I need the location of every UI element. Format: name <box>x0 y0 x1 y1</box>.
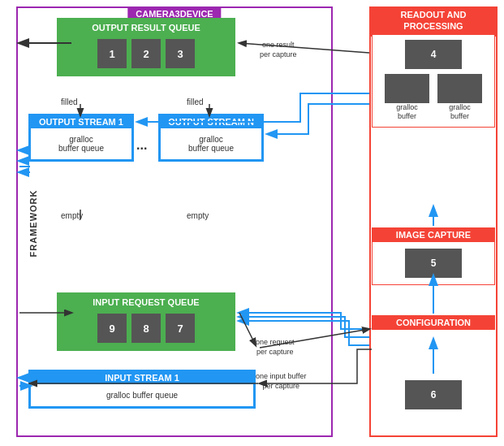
input-queue-item-9: 9 <box>97 314 127 343</box>
empty-label-1: empty <box>61 211 83 220</box>
one-request-label: one requestper capture <box>256 338 295 357</box>
output-stream-1-content: grallocbuffer queue <box>30 128 132 160</box>
output-stream-1: OUTPUT STREAM 1 grallocbuffer queue <box>28 114 134 162</box>
input-stream-1-content: gralloc buffer queue <box>30 384 254 407</box>
output-stream-n-box: OUTPUT STREAM N grallocbuffer queue <box>158 114 264 162</box>
output-stream-n: OUTPUT STREAM N grallocbuffer queue <box>158 114 264 162</box>
image-capture-content: 5 <box>372 242 495 285</box>
input-stream-1-title: INPUT STREAM 1 <box>30 371 254 384</box>
readout-box: READOUT AND PROCESSING 4 grallocbuffer g… <box>372 6 495 128</box>
input-request-queue-title: INPUT REQUEST QUEUE <box>60 296 232 309</box>
filled-label-1: filled <box>61 97 78 106</box>
output-result-queue: OUTPUT RESULT QUEUE 1 2 3 <box>57 18 235 76</box>
one-input-label: one input bufferper capture <box>256 372 306 391</box>
input-queue-item-7: 7 <box>166 314 195 343</box>
output-result-queue-title: OUTPUT RESULT QUEUE <box>60 21 232 34</box>
input-queue-item-8: 8 <box>131 314 161 343</box>
output-stream-1-title: OUTPUT STREAM 1 <box>30 115 132 128</box>
gralloc-label-1: grallocbuffer <box>385 103 429 122</box>
input-request-queue: INPUT REQUEST QUEUE 9 8 7 <box>57 292 235 351</box>
one-result-label: one resultper capture <box>260 41 297 59</box>
filled-label-2: filled <box>187 97 204 106</box>
queue-item-2: 2 <box>131 39 161 68</box>
empty-label-2: empty <box>187 211 209 220</box>
item-6: 6 <box>405 380 462 409</box>
gralloc-item-2 <box>437 74 482 103</box>
gralloc-label-2: grallocbuffer <box>437 103 482 122</box>
readout-title: READOUT AND PROCESSING <box>372 6 495 35</box>
queue-item-1: 1 <box>97 39 127 68</box>
readout-item-4: 4 <box>405 40 462 69</box>
image-capture-title: IMAGE CAPTURE <box>372 227 495 242</box>
output-stream-n-content: grallocbuffer queue <box>160 128 262 160</box>
dots-label: ... <box>136 138 147 153</box>
main-container: FRAMEWORK CAMERA3DEVICE OUTPUT RESULT QU… <box>0 0 504 446</box>
item-6-box: 6 <box>372 374 495 416</box>
image-capture-item-5: 5 <box>405 249 462 278</box>
output-result-queue-items: 1 2 3 <box>60 34 232 73</box>
gralloc-item-1 <box>385 74 429 103</box>
image-capture-box: IMAGE CAPTURE 5 <box>372 227 495 285</box>
input-request-queue-items: 9 8 7 <box>60 309 232 348</box>
input-stream-1: INPUT STREAM 1 gralloc buffer queue <box>28 370 256 409</box>
readout-content: 4 grallocbuffer grallocbuffer <box>372 35 495 128</box>
configuration-box: CONFIGURATION <box>372 315 495 330</box>
queue-item-3: 3 <box>166 39 195 68</box>
configuration-title: CONFIGURATION <box>372 315 495 330</box>
input-stream-1-box: INPUT STREAM 1 gralloc buffer queue <box>28 370 256 409</box>
output-stream-n-title: OUTPUT STREAM N <box>160 115 262 128</box>
output-stream-1-box: OUTPUT STREAM 1 grallocbuffer queue <box>28 114 134 162</box>
